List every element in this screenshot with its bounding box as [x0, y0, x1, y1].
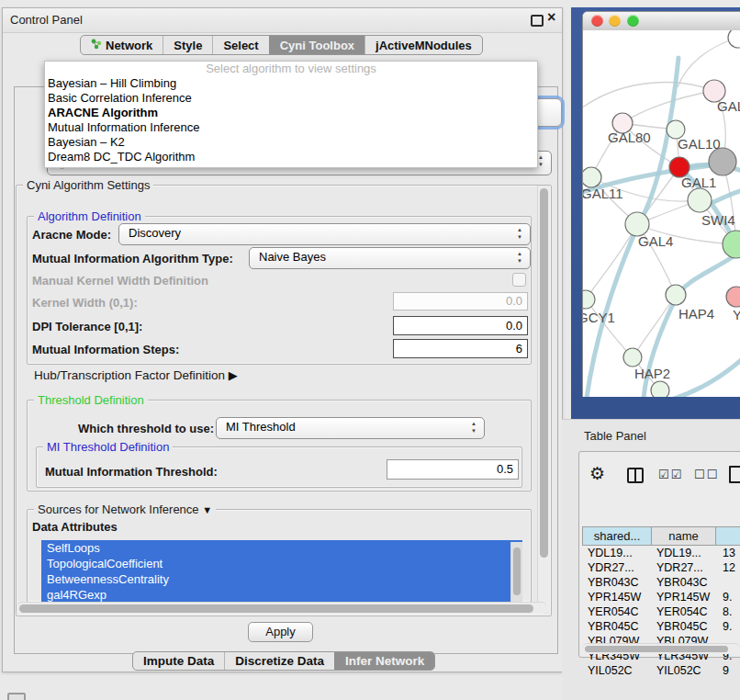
sources-title-text: Sources for Network Inference	[38, 502, 199, 516]
network-node[interactable]	[688, 188, 712, 212]
split-columns-icon[interactable]	[627, 468, 644, 483]
table-header-row: shared...name	[582, 526, 740, 546]
select-all-checks-icon[interactable]: ☑☑	[658, 468, 683, 481]
window-zoom-button[interactable]	[627, 15, 639, 27]
table-cell	[716, 575, 740, 590]
table-panel-body: ⚙ ☑☑ ☐☐ shared...name YDL19...YDL19...13…	[578, 451, 740, 658]
table-row[interactable]: YDR27...YDR27...12	[582, 560, 740, 575]
apply-button[interactable]: Apply	[248, 622, 313, 642]
attribute-item-topologicalcoefficient[interactable]: TopologicalCoefficient	[41, 556, 522, 571]
settings-hscroll-thumb[interactable]	[19, 604, 533, 613]
algorithm-option-aracne-algorithm[interactable]: ARACNE Algorithm	[45, 106, 537, 120]
bottom-tab-discretize-data[interactable]: Discretize Data	[224, 652, 334, 670]
column-header-extra[interactable]	[716, 526, 740, 546]
manual-kernel-checkbox[interactable]	[512, 273, 526, 287]
hub-section-label[interactable]: Hub/Transcription Factor Definition ▶	[34, 368, 238, 382]
table-row[interactable]: YPR145WYPR145W9.	[582, 590, 740, 604]
network-node[interactable]	[666, 285, 686, 305]
network-edge[interactable]	[583, 83, 714, 111]
tab-network[interactable]: Network	[81, 36, 163, 54]
window-close-button[interactable]	[591, 15, 603, 27]
table-cell: YER054C	[652, 604, 716, 619]
which-threshold-value: MI Threshold	[226, 418, 296, 436]
network-view-frame: GALGAL80GAL10GAL1GAL11SWI4GAL4GCY1HAP4YH…	[571, 7, 740, 419]
network-node[interactable]	[726, 287, 740, 307]
network-window: GALGAL80GAL10GAL1GAL11SWI4GAL4GCY1HAP4YH…	[582, 11, 740, 397]
kernel-width-field[interactable]: 0.0	[393, 292, 528, 310]
settings-vscroll-thumb[interactable]	[540, 188, 548, 558]
tab-cyni-toolbox[interactable]: Cyni Toolbox	[269, 36, 364, 54]
network-node[interactable]	[583, 167, 601, 187]
network-node[interactable]	[728, 30, 740, 48]
collapse-down-icon[interactable]: ▼	[202, 504, 212, 515]
dropdown-placeholder: Select algorithm to view settings	[45, 62, 537, 76]
node-label-gal1: GAL1	[681, 175, 716, 190]
column-header-shared[interactable]: shared...	[582, 526, 652, 546]
network-node[interactable]	[723, 231, 740, 258]
algorithm-option-mutual-information-inference[interactable]: Mutual Information Inference	[45, 120, 537, 135]
dpi-tolerance-field[interactable]: 0.0	[393, 316, 528, 335]
network-canvas[interactable]: GALGAL80GAL10GAL1GAL11SWI4GAL4GCY1HAP4YH…	[583, 30, 740, 397]
network-window-titlebar[interactable]	[583, 12, 740, 31]
deselect-all-checks-icon[interactable]: ☐☐	[694, 468, 719, 481]
settings-horizontal-scrollbar[interactable]	[17, 602, 547, 615]
attribute-item-gal4rgexp[interactable]: gal4RGexp	[41, 587, 522, 603]
bottom-tab-impute-data[interactable]: Impute Data	[133, 652, 224, 670]
network-edge[interactable]	[678, 38, 738, 87]
combo-spinner-icon: ▲▼	[470, 420, 477, 435]
attribute-item-selfloops[interactable]: SelfLoops	[41, 540, 522, 556]
dpi-tolerance-label: DPI Tolerance [0,1]:	[32, 320, 142, 333]
tab-select[interactable]: Select	[212, 36, 268, 54]
tab-label: Infer Network	[345, 654, 424, 668]
network-node[interactable]	[623, 348, 642, 367]
panel-title: Control Panel	[10, 13, 83, 27]
algorithm-option-dream8-dc-tdc-algorithm[interactable]: Dream8 DC_TDC Algorithm	[45, 150, 537, 164]
node-label-gal: GAL	[717, 98, 740, 114]
mi-threshold-field[interactable]: 0.5	[387, 459, 519, 480]
table-cell: YIL052C	[582, 663, 652, 674]
tab-style[interactable]: Style	[163, 36, 212, 54]
aracne-mode-combo[interactable]: Discovery ▲▼	[118, 223, 531, 245]
table-cell: YDR27...	[652, 560, 716, 575]
table-row[interactable]: YDL19...YDL19...13	[582, 546, 740, 560]
gear-icon[interactable]: ⚙	[589, 465, 605, 482]
table-cell: YER054C	[582, 604, 652, 619]
window-minimize-button[interactable]	[609, 15, 621, 27]
network-node[interactable]	[709, 148, 736, 175]
which-threshold-combo[interactable]: MI Threshold ▲▼	[216, 417, 485, 439]
mi-steps-field[interactable]: 6	[393, 339, 528, 358]
table-horizontal-scrollbar[interactable]	[582, 643, 740, 654]
mi-type-label: Mutual Information Algorithm Type:	[32, 252, 233, 265]
close-panel-icon[interactable]: ×	[547, 9, 555, 26]
network-node[interactable]	[651, 381, 669, 397]
algorithm-option-bayesian-hill-climbing[interactable]: Bayesian – Hill Climbing	[45, 76, 537, 91]
table-row[interactable]: YER054CYER054C8.	[582, 604, 740, 619]
float-panel-icon[interactable]	[531, 15, 544, 27]
table-cell: 9	[716, 663, 740, 674]
mi-type-combo[interactable]: Naive Bayes ▲▼	[249, 247, 531, 269]
threshold-definition-title: Threshold Definition	[34, 393, 148, 407]
table-hscroll-thumb[interactable]	[585, 646, 728, 652]
minimized-panel-icon[interactable]	[7, 693, 26, 700]
tab-jactivemnodules[interactable]: jActiveMNodules	[364, 36, 482, 54]
new-table-icon[interactable]	[729, 466, 740, 483]
table-row[interactable]: YBR043CYBR043C	[582, 575, 740, 590]
table-cell: 9.	[716, 590, 740, 604]
attr-list-scrollbar[interactable]	[510, 542, 522, 602]
table-row[interactable]: YBR045CYBR045C9.	[582, 619, 740, 634]
table-cell: YBR043C	[652, 575, 716, 590]
algorithm-dropdown-popup: Select algorithm to view settings Bayesi…	[44, 61, 538, 168]
table-row[interactable]: YIL052CYIL052C9	[582, 663, 740, 674]
bottom-tab-infer-network[interactable]: Infer Network	[334, 652, 434, 670]
attr-list-scroll-thumb[interactable]	[513, 548, 521, 595]
column-header-name[interactable]: name	[652, 526, 716, 546]
network-edge-highlighted[interactable]	[671, 354, 740, 397]
algorithm-option-basic-correlation-inference[interactable]: Basic Correlation Inference	[45, 91, 537, 106]
combo-spinner-icon: ▲▼	[537, 153, 544, 168]
expand-right-icon[interactable]: ▶	[229, 368, 238, 382]
attribute-item-betweennesscentrality[interactable]: BetweennessCentrality	[41, 571, 522, 587]
network-node[interactable]	[583, 290, 595, 309]
settings-vertical-scrollbar[interactable]	[537, 186, 550, 612]
algorithm-option-bayesian-k2[interactable]: Bayesian – K2	[45, 135, 537, 150]
mi-threshold-definition-title: MI Threshold Definition	[43, 440, 173, 454]
